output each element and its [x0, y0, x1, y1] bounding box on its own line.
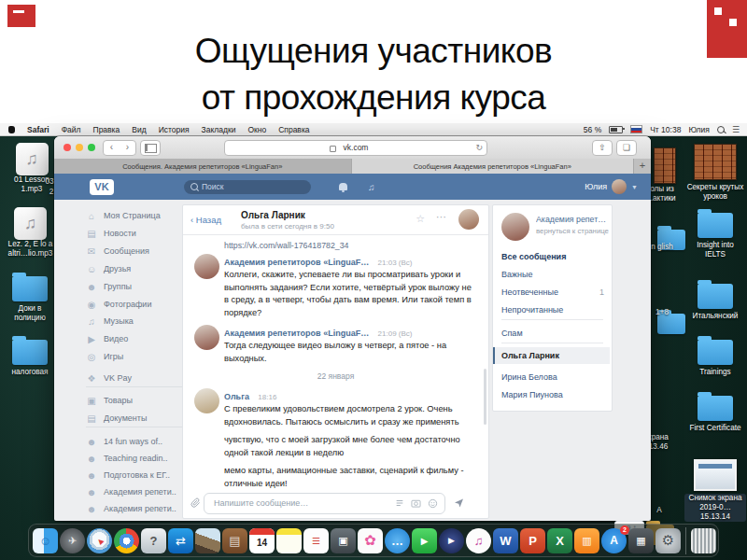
sidebar-item-my-page[interactable]: ⌂Моя Страница	[86, 209, 161, 222]
dialog-item-olga-larnik[interactable]: Ольга Ларник	[493, 347, 610, 364]
menu-item-history[interactable]: История	[159, 125, 190, 134]
dvd-player-icon[interactable]: ▶	[439, 528, 464, 553]
minimize-window-button[interactable]	[76, 144, 83, 151]
excel-icon[interactable]: X	[547, 528, 572, 553]
nav-buttons[interactable]: ‹›	[103, 140, 136, 156]
clipped-image-icon[interactable]	[654, 147, 676, 184]
filter-spam[interactable]: Спам	[501, 327, 604, 340]
battery-icon[interactable]	[609, 126, 623, 133]
chat-peer-name[interactable]: Ольга Ларник	[241, 210, 305, 220]
list-icon[interactable]	[395, 498, 404, 508]
desktop-icon-mp3-2[interactable]: ♫ Lez. 2, E lo a altri…lio.mp3	[5, 207, 56, 259]
sidebar-group-link-5[interactable]: ☻Академия репети..	[86, 502, 176, 515]
menu-clock[interactable]: Чт 10:38	[650, 125, 681, 134]
vk-user-menu[interactable]: Юлия ▼	[585, 179, 638, 194]
browser-tab-2[interactable]: Сообщения Академия репетиторов «LinguaFa…	[352, 159, 635, 174]
message-link[interactable]: https://vk.com/wall-176418782_34	[224, 241, 349, 250]
chat-scrollbar[interactable]	[484, 369, 486, 425]
apple-menu-icon[interactable]	[8, 126, 15, 133]
filter-unanswered[interactable]: Неотвеченные1	[501, 286, 604, 299]
preview-icon[interactable]	[195, 528, 220, 553]
message-avatar[interactable]	[194, 388, 219, 413]
photos-icon[interactable]: ✿	[358, 528, 383, 553]
sidebar-item-groups[interactable]: ☻Группы	[86, 280, 132, 293]
forward-button[interactable]: ›	[120, 141, 135, 155]
spotlight-icon[interactable]	[717, 126, 725, 133]
notifications-bell-icon[interactable]	[339, 183, 347, 190]
sidebar-item-photos[interactable]: ◉Фотографии	[86, 298, 151, 311]
menu-item-file[interactable]: Файл	[62, 125, 81, 134]
message-avatar[interactable]	[194, 325, 219, 350]
safari-icon[interactable]: ▲	[87, 528, 112, 553]
desktop-icon-screenshot[interactable]: Снимок экрана 2019-0…15.13.14	[684, 459, 746, 522]
vk-search-field[interactable]: Поиск	[184, 180, 311, 194]
tab-overview-button[interactable]: ❏	[616, 140, 637, 156]
sidebar-item-market[interactable]: ▣Товары	[86, 394, 133, 407]
message-sender[interactable]: Академия репетиторов «LinguaF…	[224, 258, 369, 267]
message-sender[interactable]: Академия репетиторов «LinguaF…	[224, 329, 369, 338]
music-icon[interactable]: ♫	[368, 182, 375, 192]
powerpoint-icon[interactable]: P	[520, 528, 545, 553]
system-preferences-icon[interactable]: ⚙	[655, 528, 681, 553]
message-input[interactable]: Напишите сообщение…	[204, 493, 445, 514]
message-sender[interactable]: Ольга	[224, 392, 249, 401]
desktop-icon-folder-police[interactable]: Доки в полицию	[7, 273, 52, 323]
menu-item-safari[interactable]: Safari	[27, 125, 49, 134]
menu-item-window[interactable]: Окно	[247, 125, 266, 134]
attach-paperclip-icon[interactable]	[190, 497, 201, 508]
smiley-icon[interactable]	[428, 498, 438, 509]
back-button[interactable]: ‹	[104, 141, 120, 155]
address-bar[interactable]: vk.com ↻	[224, 140, 487, 156]
sidebar-group-link-1[interactable]: ☻14 fun ways of..	[86, 435, 162, 448]
vk-logo[interactable]: VK	[90, 179, 114, 195]
group-return-link[interactable]: вернуться к странице	[536, 227, 609, 235]
desktop-icon-first-certificate[interactable]: First Certificate	[686, 392, 744, 433]
notification-center-icon[interactable]: ☰	[732, 125, 740, 134]
app-store-icon[interactable]: A2	[601, 528, 627, 553]
reminders-icon[interactable]: ☰	[303, 528, 329, 553]
launchpad-icon[interactable]: ✈	[60, 528, 85, 553]
send-icon[interactable]	[453, 497, 465, 509]
filter-unread[interactable]: Непрочитанные	[501, 303, 604, 316]
desktop-icon-trainings[interactable]: Trainings	[686, 336, 744, 377]
new-tab-button[interactable]: +	[634, 159, 651, 174]
sidebar-item-messages[interactable]: ✉Сообщения	[86, 245, 149, 258]
scanner-icon[interactable]: ▦	[628, 528, 654, 553]
close-window-button[interactable]	[63, 144, 71, 151]
menu-item-edit[interactable]: Правка	[93, 125, 120, 134]
sidebar-item-documents[interactable]: ▤Документы	[86, 412, 147, 425]
group-name[interactable]: Академия репетиторо…	[536, 215, 609, 224]
message-avatar[interactable]	[194, 254, 219, 279]
chrome-icon[interactable]	[114, 528, 139, 553]
notes-icon[interactable]	[276, 528, 302, 553]
sidebar-group-link-4[interactable]: ☻Академия репети..	[86, 485, 176, 498]
camera-icon[interactable]	[411, 498, 421, 508]
sidebar-group-link-3[interactable]: ☻Подготовка к ЕГ..	[86, 469, 170, 482]
keyboard-flag-icon[interactable]	[630, 125, 642, 133]
sidebar-item-vk-pay[interactable]: ❖VK Pay	[86, 371, 132, 385]
menu-user[interactable]: Юлия	[688, 125, 710, 134]
sidebar-item-friends[interactable]: ☺Друзья	[86, 262, 131, 275]
sidebar-item-video[interactable]: ▶Видео	[86, 332, 128, 345]
zoom-window-button[interactable]	[88, 144, 95, 151]
more-actions-icon[interactable]: ⋯	[436, 211, 447, 223]
desktop-icon-ielts[interactable]: Insight into IELTS	[686, 209, 744, 259]
teamviewer-icon[interactable]: ⇄	[168, 528, 193, 553]
share-button[interactable]: ⇧	[592, 140, 613, 156]
ibooks-icon[interactable]: ▥	[574, 528, 599, 553]
sidebar-item-music[interactable]: ♫Музыка	[86, 315, 134, 328]
filter-important[interactable]: Важные	[501, 268, 604, 281]
menu-item-help[interactable]: Справка	[278, 125, 309, 134]
favorite-star-icon[interactable]: ☆	[416, 213, 425, 225]
sidebar-item-news[interactable]: ▤Новости	[86, 227, 136, 240]
menu-item-bookmarks[interactable]: Закладки	[202, 125, 236, 134]
finder-icon[interactable]: ☺	[33, 528, 58, 553]
filter-all-messages[interactable]: Все сообщения	[501, 250, 604, 263]
menu-item-view[interactable]: Вид	[132, 125, 146, 134]
desktop-icon-secrets[interactable]: Секреты крутых уроков	[686, 144, 744, 202]
chat-peer-avatar[interactable]	[458, 209, 479, 230]
sidebar-group-link-2[interactable]: ☻Teaching readin..	[86, 452, 168, 465]
image-capture-icon[interactable]: ▣	[331, 528, 356, 553]
facetime-icon[interactable]: ▶	[412, 528, 437, 553]
sidebar-item-games[interactable]: ◎Игры	[86, 350, 123, 363]
